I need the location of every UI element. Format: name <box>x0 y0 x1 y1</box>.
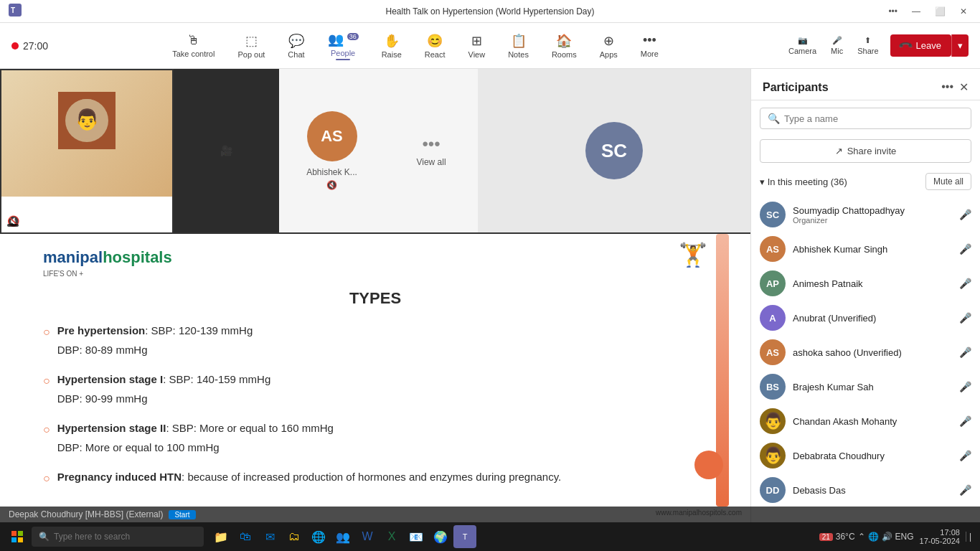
meeting-count-label: In this meeting (36) <box>768 176 847 187</box>
share-invite-icon: ↗ <box>835 146 843 156</box>
taskbar-search-box[interactable]: 🔍 <box>32 527 204 547</box>
panel-header: Participants ••• ✕ <box>751 69 980 100</box>
participant-name: Debasis Das <box>793 485 952 496</box>
participant-row[interactable]: 👨 Chandan Akash Mohanty 🎤 <box>751 404 980 438</box>
toolbar-right: 📷 Camera 🎤 Mic ⬆ Share 📞 Leave ▾ <box>783 33 969 58</box>
taskbar-outlook-icon[interactable]: 📧 <box>405 525 428 548</box>
taskbar-teams2-icon[interactable]: T <box>453 525 476 548</box>
more-btn[interactable]: ••• More <box>635 30 664 61</box>
view-btn[interactable]: ⊞ View <box>463 30 491 62</box>
camera-btn[interactable]: 📷 Camera <box>783 33 822 58</box>
participants-panel: Participants ••• ✕ 🔍 ↗ Share invite ▾ In… <box>750 69 980 522</box>
take-control-label: Take control <box>172 50 215 58</box>
close-panel-icon[interactable]: ✕ <box>959 80 969 94</box>
speaker-icon[interactable]: 🔊 <box>882 532 892 542</box>
participant-mic-icon: 🎤 <box>959 381 971 392</box>
expand-tray-icon[interactable]: ⌃ <box>858 532 865 542</box>
share-invite-label: Share invite <box>847 146 897 156</box>
item4-label: Pregnancy induced HTN <box>57 471 182 483</box>
network-icon[interactable]: 🌐 <box>868 532 879 542</box>
search-icon: 🔍 <box>39 532 50 542</box>
more-options-btn[interactable]: ••• <box>884 5 902 18</box>
camera-label: Camera <box>788 47 816 55</box>
chat-label: Chat <box>288 50 304 59</box>
view-all-btn[interactable]: ••• View all <box>385 69 478 232</box>
share-btn[interactable]: ⬆ Share <box>852 33 884 58</box>
participant-row[interactable]: BS Brajesh Kumar Sah 🎤 <box>751 369 980 404</box>
toolbar-left: 27:00 <box>11 40 48 52</box>
taskbar-files-icon[interactable]: 🗂 <box>283 525 306 548</box>
search-input[interactable] <box>784 113 963 124</box>
participant-avatar: AS <box>760 236 786 262</box>
participant-row[interactable]: AP Animesh Patnaik 🎤 <box>751 266 980 301</box>
teams-logo-icon: T <box>9 4 22 19</box>
rooms-btn[interactable]: 🏠 Rooms <box>546 30 583 62</box>
show-desktop-btn[interactable]: | <box>966 532 974 542</box>
taskbar-excel-icon[interactable]: X <box>380 525 403 548</box>
participant-row[interactable]: A Anubrat (Unverified) 🎤 <box>751 301 980 335</box>
mic-btn[interactable]: 🎤 Mic <box>825 33 849 58</box>
mute-all-btn[interactable]: Mute all <box>925 173 971 190</box>
svg-rect-2 <box>11 531 17 536</box>
taskbar-app-icons: 📁 🛍 ✉ 🗂 🌐 👥 W X 📧 🌍 T <box>207 525 816 548</box>
participant-row[interactable]: AS ashoka sahoo (Unverified) 🎤 <box>751 335 980 369</box>
start-menu-btn[interactable] <box>6 525 29 548</box>
taskbar-word-icon[interactable]: W <box>356 525 379 548</box>
participant-mic-icon: 🎤 <box>959 278 971 289</box>
chevron-down-icon[interactable]: ▾ <box>760 176 765 187</box>
apps-btn[interactable]: ⊕ Apps <box>594 30 623 62</box>
svg-rect-5 <box>18 537 23 542</box>
leave-dropdown-btn[interactable]: ▾ <box>951 34 969 57</box>
toolbar-center: 🖱 Take control ⬚ Pop out 💬 Chat 👥 36 Peo… <box>166 29 664 63</box>
pop-out-label: Pop out <box>237 50 265 59</box>
participant-row[interactable]: AS Abhishek Kumar Singh 🎤 <box>751 232 980 266</box>
raise-btn[interactable]: ✋ Raise <box>376 30 407 62</box>
share-invite-btn[interactable]: ↗ Share invite <box>760 139 971 163</box>
share-label: Share <box>857 47 878 55</box>
slide-area: manipalhospitals LIFE'S ON + 🏋 TYPES ○ P… <box>0 234 750 522</box>
participant-name: Anubrat (Unverified) <box>793 313 952 324</box>
svg-text:T: T <box>11 6 15 14</box>
more-label: More <box>641 50 659 58</box>
close-btn[interactable]: ✕ <box>956 5 971 18</box>
participant-row[interactable]: SC Soumyadip Chattopadhyay Organizer 🎤 <box>751 197 980 232</box>
take-control-icon: 🖱 <box>187 33 200 48</box>
maximize-btn[interactable]: ⬜ <box>930 5 950 18</box>
apps-icon: ⊕ <box>603 33 614 49</box>
pop-out-btn[interactable]: ⬚ Pop out <box>232 30 270 62</box>
window-title: Health Talk on Hypertension (World Hyper… <box>385 6 594 17</box>
taskbar-edge-icon[interactable]: 🌐 <box>307 525 330 548</box>
participant-mic-icon: 🎤 <box>959 415 971 427</box>
search-box[interactable]: 🔍 <box>760 108 971 129</box>
slide-content: ○ Pre hypertension: SBP: 120-139 mmHgDBP… <box>43 321 707 489</box>
chat-btn[interactable]: 💬 Chat <box>282 30 310 62</box>
toolbar: 27:00 🖱 Take control ⬚ Pop out 💬 Chat 👥 … <box>0 23 980 69</box>
people-btn[interactable]: 👥 36 People <box>322 29 364 63</box>
participant-avatar: DD <box>760 477 786 503</box>
pop-out-icon: ⬚ <box>245 33 258 49</box>
participant-row[interactable]: DD Debasis Das 🎤 <box>751 473 980 507</box>
more-icon: ••• <box>643 33 656 48</box>
start-btn[interactable]: Start <box>169 510 195 519</box>
take-control-btn[interactable]: 🖱 Take control <box>166 30 220 61</box>
raise-label: Raise <box>382 50 402 59</box>
react-btn[interactable]: 😊 React <box>419 30 451 62</box>
minimize-btn[interactable]: — <box>908 5 925 18</box>
taskbar-file-explorer-icon[interactable]: 📁 <box>209 525 232 548</box>
taskbar-search-input[interactable] <box>54 532 197 542</box>
taskbar-mail-icon[interactable]: ✉ <box>258 525 281 548</box>
notes-btn[interactable]: 📋 Notes <box>502 30 534 62</box>
taskbar-chrome-icon[interactable]: 🌍 <box>429 525 452 548</box>
leave-button[interactable]: 📞 Leave <box>890 34 951 57</box>
taskbar-store-icon[interactable]: 🛍 <box>234 525 257 548</box>
taskbar-teams-icon[interactable]: 👥 <box>331 525 354 548</box>
slide-item-3: ○ Hypertension stage II: SBP: More or eq… <box>43 418 707 457</box>
share-icon: ⬆ <box>864 36 871 45</box>
rooms-icon: 🏠 <box>556 33 572 49</box>
chat-icon: 💬 <box>288 33 304 49</box>
apps-label: Apps <box>600 50 618 59</box>
participant-avatar: BS <box>760 374 786 400</box>
notification-badge[interactable]: 21 <box>819 533 833 541</box>
more-options-panel-icon[interactable]: ••• <box>941 80 953 94</box>
participant-row[interactable]: 👨 Debabrata Choudhury 🎤 <box>751 438 980 473</box>
